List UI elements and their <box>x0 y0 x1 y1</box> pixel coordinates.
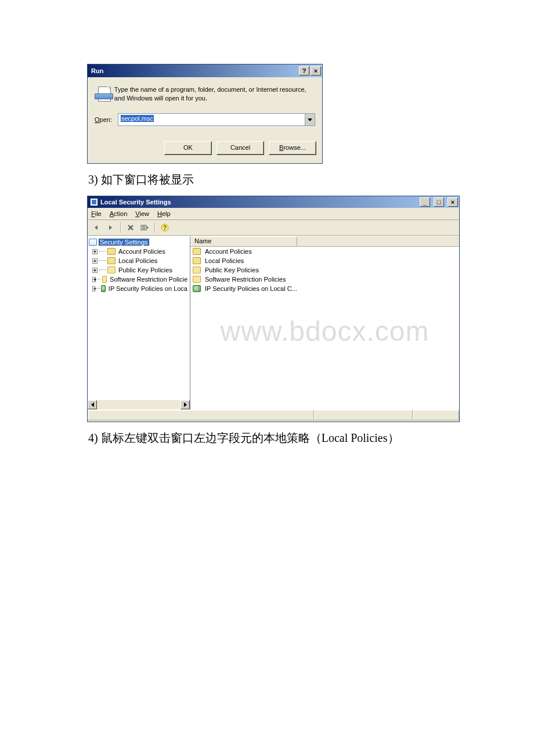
list-pane[interactable]: Name Account Policies Local Policies Pub… <box>190 236 459 409</box>
list-header[interactable]: Name <box>190 236 459 247</box>
expand-icon[interactable] <box>92 286 95 291</box>
horizontal-scrollbar[interactable] <box>88 400 190 409</box>
folder-icon <box>102 276 107 283</box>
export-list-icon[interactable] <box>138 222 151 233</box>
open-label: Open: <box>95 116 112 123</box>
tree-pane[interactable]: Security Settings Account Policies Local… <box>88 236 190 409</box>
network-icon <box>193 285 201 292</box>
close-icon[interactable]: × <box>448 197 458 207</box>
tree-item-ip-security[interactable]: IP Security Policies on Loca <box>89 284 189 293</box>
maximize-icon[interactable]: □ <box>434 197 444 207</box>
mmc-titlebar[interactable]: Local Security Settings _ □ × <box>88 196 459 208</box>
folder-icon <box>193 267 201 273</box>
run-dialog: Run ? × Type the name of a program, fold… <box>87 64 323 164</box>
menu-view[interactable]: View <box>135 210 149 217</box>
list-item-label: Public Key Policies <box>205 267 259 273</box>
scroll-right-icon[interactable] <box>181 400 190 409</box>
scroll-left-icon[interactable] <box>88 400 97 409</box>
tree-item-label: Local Policies <box>117 257 158 264</box>
svg-text:?: ? <box>163 225 167 231</box>
list-item-label: IP Security Policies on Local C... <box>205 285 297 292</box>
folder-lock-icon <box>107 248 116 255</box>
menu-help[interactable]: Help <box>157 210 171 217</box>
list-row[interactable]: IP Security Policies on Local C... <box>190 284 459 293</box>
help-icon[interactable]: ? <box>299 66 309 75</box>
help-icon[interactable]: ? <box>158 222 171 233</box>
list-item-label: Account Policies <box>205 248 252 255</box>
folder-lock-icon <box>193 257 201 264</box>
run-title-text: Run <box>91 67 103 74</box>
list-row[interactable]: Account Policies <box>190 247 459 256</box>
back-icon[interactable] <box>90 222 103 233</box>
list-row[interactable]: Local Policies <box>190 256 459 265</box>
tree-item-software-restriction[interactable]: Software Restriction Policie <box>89 275 189 284</box>
delete-icon[interactable] <box>124 222 137 233</box>
minimize-icon[interactable]: _ <box>420 197 430 207</box>
tree-item-label: IP Security Policies on Loca <box>107 285 189 292</box>
tree-item-local-policies[interactable]: Local Policies <box>89 256 189 265</box>
menu-bar: File Action View Help <box>88 208 459 220</box>
folder-icon <box>193 276 201 283</box>
expand-icon[interactable] <box>92 268 98 273</box>
ok-button[interactable]: OK <box>164 141 212 155</box>
chevron-down-icon[interactable] <box>305 114 315 125</box>
security-settings-icon <box>89 239 97 246</box>
step-4-caption: 4) 鼠标左键双击窗口左边字段元的本地策略（Local Policies） <box>88 430 534 446</box>
run-titlebar[interactable]: Run ? × <box>88 64 322 77</box>
list-row[interactable]: Software Restriction Policies <box>190 275 459 284</box>
expand-icon[interactable] <box>92 277 96 282</box>
status-bar <box>88 409 459 422</box>
menu-file[interactable]: File <box>91 210 102 217</box>
mmc-title-text: Local Security Settings <box>100 199 171 206</box>
app-icon <box>90 198 98 206</box>
open-value[interactable]: secpol.msc <box>121 115 154 122</box>
tree-item-label: Software Restriction Policie <box>109 276 189 283</box>
watermark-text: www.bdocx.com <box>221 318 430 345</box>
folder-lock-icon <box>107 257 116 264</box>
menu-action[interactable]: Action <box>110 210 128 217</box>
list-row[interactable]: Public Key Policies <box>190 265 459 275</box>
tree-item-public-key-policies[interactable]: Public Key Policies <box>89 265 189 275</box>
run-description: Type the name of a program, folder, docu… <box>114 85 315 103</box>
tree-item-account-policies[interactable]: Account Policies <box>89 247 189 256</box>
step-3-caption: 3) 如下窗口将被显示 <box>88 172 534 188</box>
tree-item-label: Account Policies <box>117 248 167 255</box>
run-app-icon <box>95 87 109 104</box>
browse-button[interactable]: Browse... <box>269 141 316 155</box>
folder-icon <box>107 267 116 273</box>
tree-item-label: Public Key Policies <box>117 267 174 273</box>
expand-icon[interactable] <box>92 258 98 264</box>
tree-root[interactable]: Security Settings <box>89 237 189 247</box>
open-combobox[interactable]: secpol.msc <box>118 113 315 126</box>
forward-icon[interactable] <box>104 222 117 233</box>
list-item-label: Software Restriction Policies <box>205 276 286 283</box>
local-security-settings-window: Local Security Settings _ □ × File Actio… <box>87 196 460 422</box>
tree-root-label[interactable]: Security Settings <box>99 239 149 246</box>
cancel-button[interactable]: Cancel <box>217 141 264 155</box>
expand-icon[interactable] <box>92 249 98 254</box>
network-icon <box>101 285 105 292</box>
list-item-label: Local Policies <box>205 257 244 264</box>
column-name[interactable]: Name <box>190 236 297 246</box>
close-icon[interactable]: × <box>311 66 321 75</box>
folder-lock-icon <box>193 248 201 255</box>
toolbar: ? <box>88 220 459 236</box>
